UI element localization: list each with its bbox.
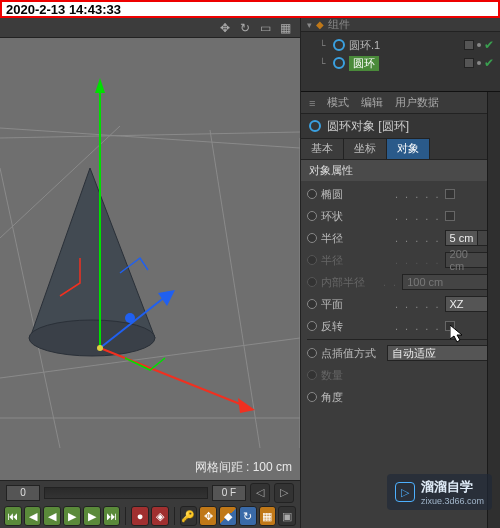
move-icon[interactable]: ✥ (218, 21, 232, 35)
timestamp-bar: 2020-2-13 14:43:33 (0, 0, 500, 18)
object-row[interactable]: └ 圆环 ✔ (301, 54, 500, 72)
time-slider[interactable] (44, 487, 208, 499)
svg-marker-8 (30, 168, 155, 338)
goto-end-icon[interactable]: ⏭ (103, 506, 121, 526)
pointmode-field[interactable]: 自动适应 (387, 345, 488, 361)
svg-line-12 (100, 348, 250, 408)
prop-plane: 平面 . . . . . XZ (307, 293, 488, 315)
tree-line-icon: └ (319, 58, 329, 68)
scale-tool-icon[interactable]: ◆ (219, 506, 237, 526)
object-row[interactable]: └ 圆环.1 ✔ (301, 36, 500, 54)
layer-tag-icon[interactable] (464, 58, 474, 68)
expr-tool-icon[interactable]: ▣ (278, 506, 296, 526)
watermark-brand: 溜溜自学 (421, 478, 484, 496)
prop-label: 角度 (321, 390, 391, 405)
rotate-icon[interactable]: ↻ (238, 21, 252, 35)
step-fwd-icon[interactable]: ▶ (83, 506, 101, 526)
object-list: └ 圆环.1 ✔ └ 圆环 ✔ (301, 32, 500, 92)
section-header: 对象属性 (301, 160, 500, 181)
key-icon[interactable]: 🔑 (180, 506, 198, 526)
time-start[interactable]: 0 (6, 485, 40, 501)
attr-header: ≡ 模式 编辑 用户数据 (301, 92, 500, 114)
play-back-icon[interactable]: ◀ (43, 506, 61, 526)
bottom-bar: 0 0 F ◁ ▷ ⏮ ◀ ◀ ▶ ▶ ⏭ ● ◈ 🔑 ✥ ◆ ↻ (0, 480, 300, 528)
viewport[interactable]: 网格间距 : 100 cm (0, 38, 300, 480)
userdata-label[interactable]: 用户数据 (395, 95, 439, 110)
radio-icon[interactable] (307, 233, 317, 243)
viewport-toolbar: ✥ ↻ ▭ ▦ (0, 18, 300, 38)
svg-point-9 (29, 320, 155, 356)
svg-point-16 (125, 313, 135, 323)
radio-icon (307, 255, 317, 265)
move-tool-icon[interactable]: ✥ (199, 506, 217, 526)
prop-label: 环状 (321, 209, 391, 224)
innerradius-field: 100 cm (402, 274, 488, 290)
radius2-field: 200 cm (445, 252, 488, 268)
viewport-scene (0, 38, 300, 448)
checkbox-off-icon[interactable] (445, 189, 455, 199)
mode-label[interactable]: 模式 (327, 95, 349, 110)
scrollbar-thumb[interactable] (489, 162, 499, 242)
checkbox-off-icon[interactable] (445, 211, 455, 221)
tab-coord[interactable]: 坐标 (344, 138, 387, 159)
radio-icon[interactable] (307, 321, 317, 331)
prop-label: 椭圆 (321, 187, 391, 202)
play-fwd-icon[interactable]: ▶ (63, 506, 81, 526)
radio-icon[interactable] (307, 189, 317, 199)
object-label[interactable]: 圆环.1 (349, 38, 380, 53)
prop-radius: 半径 . . . . . 5 cm (307, 227, 488, 249)
enable-check-icon[interactable]: ✔ (484, 38, 494, 52)
parent-label: 组件 (328, 17, 350, 32)
menu-icon[interactable]: ≡ (309, 97, 315, 109)
spline-circle-icon (309, 120, 321, 132)
radio-icon[interactable] (307, 392, 317, 402)
radio-icon[interactable] (307, 348, 317, 358)
vis-dot-icon[interactable] (477, 61, 481, 65)
time-end[interactable]: 0 F (212, 485, 246, 501)
radio-icon (307, 370, 317, 380)
layout-icon[interactable]: ▦ (278, 21, 292, 35)
vis-dot-icon[interactable] (477, 43, 481, 47)
parent-icon: ◆ (316, 19, 324, 30)
prop-label: 半径 (321, 253, 391, 268)
step-back-icon[interactable]: ◀ (24, 506, 42, 526)
prop-count: 数量 (307, 364, 488, 386)
prop-label: 数量 (321, 368, 391, 383)
playback-toolbar: ⏮ ◀ ◀ ▶ ▶ ⏭ ● ◈ 🔑 ✥ ◆ ↻ ▦ ▣ (0, 505, 300, 529)
svg-marker-11 (95, 78, 105, 93)
timestamp-text: 2020-2-13 14:43:33 (6, 2, 121, 17)
rotate-tool-icon[interactable]: ↻ (239, 506, 257, 526)
object-manager-header: ▾ ◆ 组件 (301, 18, 500, 32)
prop-label: 半径 (321, 231, 391, 246)
svg-line-3 (0, 132, 300, 138)
svg-point-17 (97, 345, 103, 351)
prev-key-icon[interactable]: ◁ (250, 483, 270, 503)
spline-circle-icon (333, 39, 345, 51)
prop-innerradius: 内部半径 . . 100 cm (307, 271, 488, 293)
edit-label[interactable]: 编辑 (361, 95, 383, 110)
radio-icon[interactable] (307, 211, 317, 221)
tab-basic[interactable]: 基本 (301, 138, 344, 159)
radius-field[interactable]: 5 cm (445, 230, 488, 246)
prop-angle: 角度 (307, 386, 488, 408)
attr-tabs: 基本 坐标 对象 (301, 138, 500, 160)
goto-start-icon[interactable]: ⏮ (4, 506, 22, 526)
radio-icon[interactable] (307, 299, 317, 309)
tab-object[interactable]: 对象 (387, 138, 430, 159)
record-icon[interactable]: ● (131, 506, 149, 526)
enable-check-icon[interactable]: ✔ (484, 56, 494, 70)
autokey-icon[interactable]: ◈ (151, 506, 169, 526)
radio-icon (307, 277, 317, 287)
prop-radius2: 半径 . . . . . 200 cm (307, 249, 488, 271)
watermark-url: zixue.3d66.com (421, 496, 484, 506)
checkbox-off-icon[interactable] (445, 321, 455, 331)
layer-tag-icon[interactable] (464, 40, 474, 50)
object-label[interactable]: 圆环 (349, 56, 379, 71)
zoom-icon[interactable]: ▭ (258, 21, 272, 35)
next-key-icon[interactable]: ▷ (274, 483, 294, 503)
plane-field[interactable]: XZ (445, 296, 488, 312)
prop-ellipse: 椭圆 . . . . . (307, 183, 488, 205)
stepper-icon[interactable] (477, 231, 487, 245)
collapse-icon[interactable]: ▾ (307, 20, 312, 30)
param-tool-icon[interactable]: ▦ (259, 506, 277, 526)
